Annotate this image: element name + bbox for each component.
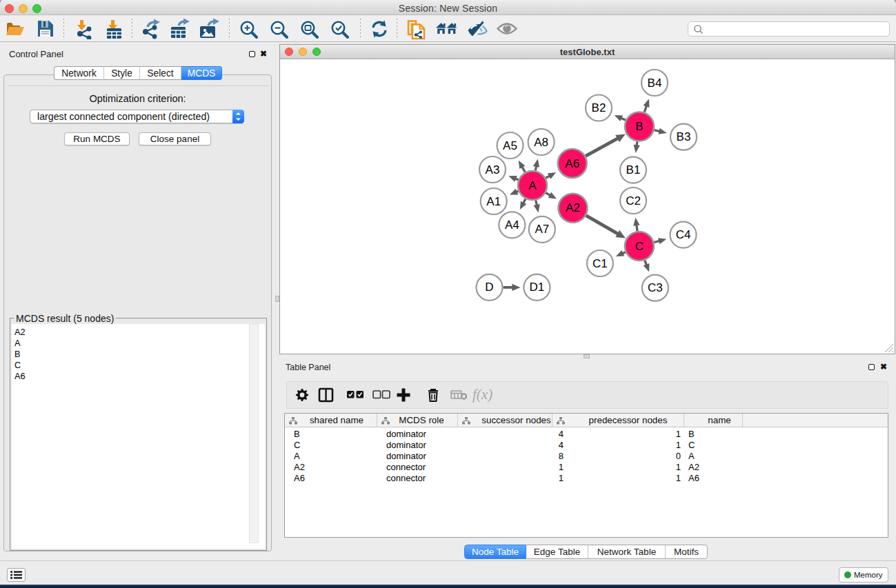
svg-text:C1: C1 (593, 257, 608, 270)
svg-text:C: C (635, 240, 644, 253)
svg-text:B4: B4 (648, 77, 662, 90)
svg-text:B1: B1 (626, 163, 641, 176)
svg-text:A1: A1 (486, 195, 501, 208)
svg-text:A8: A8 (534, 136, 548, 149)
svg-text:D: D (485, 281, 493, 294)
svg-text:D1: D1 (530, 281, 545, 294)
svg-text:B: B (635, 120, 643, 133)
svg-text:B2: B2 (592, 101, 606, 114)
svg-text:A: A (528, 179, 537, 192)
svg-text:C2: C2 (626, 194, 641, 207)
svg-text:A5: A5 (503, 139, 517, 152)
svg-text:B3: B3 (677, 130, 691, 143)
svg-text:C3: C3 (648, 281, 663, 294)
svg-text:A6: A6 (565, 157, 579, 170)
svg-text:A4: A4 (505, 219, 519, 232)
svg-text:C4: C4 (676, 228, 691, 241)
svg-text:A7: A7 (535, 223, 549, 236)
svg-text:A2: A2 (566, 201, 580, 214)
svg-text:A3: A3 (486, 163, 500, 176)
